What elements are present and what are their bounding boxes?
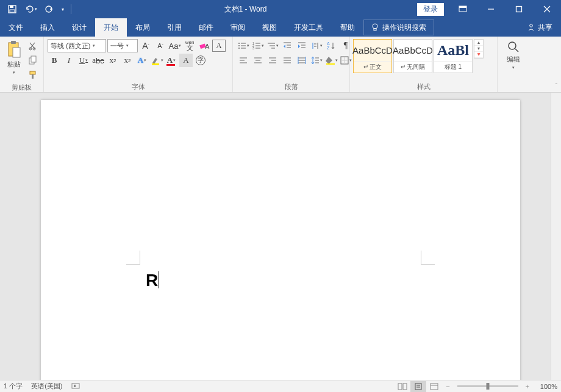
tab-developer[interactable]: 开发工具 — [285, 18, 332, 37]
line-spacing-button[interactable]: ▾ — [310, 54, 323, 67]
multilevel-list-button[interactable]: ▾ — [266, 39, 279, 52]
cut-button[interactable] — [26, 39, 40, 52]
svg-rect-86 — [431, 383, 438, 390]
style-heading-1[interactable]: AaBl 标题 1 — [434, 39, 473, 73]
font-size-combo[interactable]: 一号▾ — [107, 39, 138, 52]
underline-button[interactable]: U▾ — [77, 54, 90, 67]
tab-insert[interactable]: 插入 — [32, 18, 63, 37]
qat-more-button[interactable]: ▾ — [59, 1, 67, 17]
read-mode-button[interactable] — [395, 381, 410, 392]
find-button[interactable]: 编辑 ▾ — [500, 38, 527, 82]
asian-layout-button[interactable]: ▾ — [310, 39, 323, 52]
tab-view[interactable]: 视图 — [254, 18, 285, 37]
change-case-button[interactable]: Aa▾ — [168, 39, 182, 52]
style-no-spacing[interactable]: AaBbCcD ↵ 无间隔 — [393, 39, 432, 73]
italic-button[interactable]: I — [62, 54, 76, 67]
tell-me-search[interactable]: 操作说明搜索 — [363, 20, 434, 35]
align-center-button[interactable] — [251, 54, 265, 67]
tab-help[interactable]: 帮助 — [332, 18, 363, 37]
document-text[interactable]: R — [146, 271, 159, 290]
styles-up-icon[interactable]: ▴ — [474, 40, 483, 46]
language-status[interactable]: 英语(美国) — [31, 382, 62, 391]
align-left-button[interactable] — [237, 54, 250, 67]
increase-indent-button[interactable] — [295, 39, 309, 52]
highlight-button[interactable]: ▾ — [150, 54, 163, 67]
tab-design[interactable]: 设计 — [63, 18, 95, 37]
macro-status-icon[interactable] — [71, 382, 80, 391]
subscript-button[interactable]: x2 — [106, 54, 120, 67]
redo-button[interactable] — [40, 1, 57, 17]
share-icon — [527, 23, 535, 32]
ribbon-display-button[interactable] — [449, 0, 477, 18]
maximize-button[interactable] — [505, 0, 533, 18]
text-effects-button[interactable]: A▾ — [135, 54, 149, 67]
numbering-button[interactable]: 123▾ — [251, 39, 265, 52]
svg-rect-21 — [30, 71, 35, 74]
zoom-in-button[interactable]: + — [526, 383, 529, 390]
svg-rect-80 — [74, 385, 76, 387]
document-page[interactable]: R — [41, 100, 520, 380]
svg-rect-25 — [152, 63, 159, 65]
sort-button[interactable]: AZ — [324, 39, 338, 52]
borders-button[interactable]: ▾ — [339, 54, 352, 67]
save-button[interactable] — [4, 1, 21, 17]
tab-references[interactable]: 引用 — [159, 18, 190, 37]
paste-button[interactable]: 粘贴 ▾ — [2, 38, 25, 83]
styles-more-icon[interactable]: 🔻 — [474, 52, 483, 58]
show-marks-button[interactable]: ¶ — [339, 39, 352, 52]
superscript-button[interactable]: x2 — [121, 54, 134, 67]
share-button[interactable]: 共享 — [518, 18, 561, 37]
styles-down-icon[interactable]: ▾ — [474, 46, 483, 52]
character-border-button[interactable]: A — [212, 40, 226, 52]
tab-review[interactable]: 审阅 — [222, 18, 254, 37]
web-layout-button[interactable] — [426, 381, 442, 392]
tab-mailings[interactable]: 邮件 — [190, 18, 222, 37]
login-button[interactable]: 登录 — [417, 3, 444, 16]
svg-point-77 — [509, 42, 516, 49]
bullets-button[interactable]: ▾ — [237, 39, 250, 52]
close-button[interactable] — [533, 0, 561, 18]
shrink-font-button[interactable]: Aˇ — [154, 39, 167, 52]
strikethrough-button[interactable]: abc — [91, 54, 105, 67]
document-area: R — [0, 93, 561, 380]
undo-button[interactable]: ▾ — [22, 1, 39, 17]
zoom-slider[interactable] — [457, 385, 518, 387]
clipboard-icon — [6, 40, 22, 59]
tell-me-label: 操作说明搜索 — [382, 23, 426, 33]
style-normal[interactable]: AaBbCcD ↵ 正文 — [353, 39, 392, 73]
collapse-ribbon-button[interactable]: ˇ — [556, 83, 557, 90]
character-shading-button[interactable]: A — [179, 54, 193, 67]
align-right-button[interactable] — [266, 54, 279, 67]
minimize-button[interactable] — [477, 0, 505, 18]
decrease-indent-button[interactable] — [280, 39, 294, 52]
tab-home[interactable]: 开始 — [95, 18, 127, 37]
justify-button[interactable] — [280, 54, 294, 67]
grow-font-button[interactable]: Aˆ — [139, 39, 152, 52]
clear-formatting-button[interactable]: A — [198, 39, 211, 52]
enclose-characters-button[interactable]: 字 — [194, 54, 207, 67]
vertical-scrollbar[interactable] — [551, 93, 561, 380]
word-count[interactable]: 1 个字 — [4, 382, 23, 391]
print-layout-button[interactable] — [410, 381, 426, 392]
zoom-out-button[interactable]: − — [446, 383, 449, 390]
copy-button[interactable] — [26, 54, 40, 67]
font-family-combo[interactable]: 等线 (西文正)▾ — [48, 39, 106, 52]
zoom-percent[interactable]: 100% — [533, 383, 557, 390]
tab-file[interactable]: 文件 — [0, 18, 32, 37]
ribbon: 粘贴 ▾ 剪贴板 等线 (西文正)▾ 一号▾ Aˆ Aˇ Aa▾ wén文 — [0, 37, 561, 93]
svg-point-26 — [238, 43, 240, 44]
tab-layout[interactable]: 布局 — [127, 18, 159, 37]
font-color-button[interactable]: A▾ — [165, 54, 178, 67]
svg-rect-5 — [459, 6, 466, 8]
bold-button[interactable]: B — [48, 54, 61, 67]
font-group-label: 字体 — [46, 82, 230, 92]
distributed-button[interactable] — [295, 54, 309, 67]
shading-button[interactable]: ▾ — [324, 54, 338, 67]
editing-label: 编辑 — [507, 55, 520, 64]
svg-text:A: A — [205, 43, 210, 50]
format-painter-button[interactable] — [26, 68, 40, 82]
styles-gallery-nav[interactable]: ▴ ▾ 🔻 — [474, 39, 484, 59]
phonetic-guide-button[interactable]: wén文 — [183, 39, 196, 52]
share-label: 共享 — [538, 23, 552, 33]
svg-rect-16 — [13, 48, 20, 57]
